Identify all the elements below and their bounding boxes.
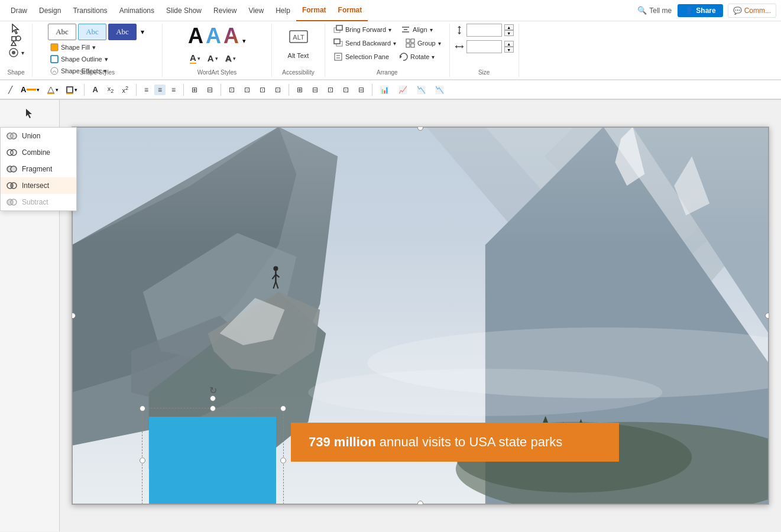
- merge-intersect[interactable]: Intersect: [1, 177, 76, 194]
- shape-fill-button[interactable]: Shape Fill ▾: [48, 42, 111, 53]
- combine-label: Combine: [22, 148, 50, 157]
- send-backward-button[interactable]: Send Backward ▾: [330, 37, 400, 49]
- handle-tm[interactable]: [210, 406, 216, 411]
- shape-style-1[interactable]: Abc: [48, 24, 76, 40]
- arrange-tool1[interactable]: ⊡: [225, 85, 238, 95]
- chart-tool3[interactable]: 📉: [413, 85, 429, 95]
- shapes-group-label: Shape: [8, 69, 25, 76]
- select-tool[interactable]: [11, 24, 21, 34]
- wordart-dropdown[interactable]: ▾: [242, 37, 246, 45]
- handle-ml[interactable]: [140, 458, 145, 463]
- tab-format1[interactable]: Format: [296, 0, 332, 21]
- edit-tool[interactable]: ▾: [8, 47, 24, 58]
- group-tool1[interactable]: ⊞: [188, 85, 201, 95]
- text-outline-button[interactable]: A ▾: [206, 53, 220, 64]
- tab-animations[interactable]: Animations: [114, 0, 160, 21]
- wordart-group: A A A ▾ A ▾ A ▾ A ▾: [163, 24, 272, 77]
- handle-tr[interactable]: [280, 406, 286, 411]
- merge-subtract[interactable]: Subtract: [1, 194, 76, 210]
- fill-icon: [50, 43, 59, 51]
- group-icon: [406, 38, 415, 48]
- arrange-row3: Selection Pane Rotate ▾: [330, 51, 438, 63]
- merge-union[interactable]: Union: [1, 128, 76, 144]
- handle-mr[interactable]: [280, 458, 286, 463]
- tab-view[interactable]: View: [242, 0, 270, 21]
- distribute-tool4[interactable]: ⊡: [339, 85, 352, 95]
- height-spin-up[interactable]: ▲: [504, 24, 514, 30]
- rotate-handle[interactable]: [210, 395, 216, 401]
- width-input[interactable]: [466, 40, 502, 53]
- height-input[interactable]: [466, 24, 502, 37]
- merge-combine[interactable]: Combine: [1, 144, 76, 161]
- line-tool[interactable]: ╱: [5, 85, 16, 95]
- text-effect-button[interactable]: A ▾: [223, 53, 238, 64]
- shape-tools-group: ▾ Shape: [0, 24, 33, 77]
- svg-rect-1: [12, 37, 16, 41]
- orange-banner[interactable]: 739 million annual visits to USA state p…: [291, 423, 619, 462]
- chart-tool4[interactable]: 📉: [432, 85, 448, 95]
- selection-pane-button[interactable]: Selection Pane: [330, 51, 393, 63]
- tell-me-box[interactable]: 🔍 Tell me: [631, 6, 678, 15]
- text-fill-button[interactable]: A ▾: [188, 52, 202, 64]
- chart-tool[interactable]: 📊: [377, 85, 393, 95]
- distribute-tool2[interactable]: ⊟: [309, 85, 322, 95]
- shapes-icon: [11, 35, 21, 46]
- width-spin-down[interactable]: ▼: [504, 47, 514, 53]
- slide[interactable]: ↻ 739 million annual visits to USA state…: [72, 126, 769, 505]
- alt-text-button[interactable]: ALT: [286, 24, 312, 50]
- arrange-tool3[interactable]: ⊡: [256, 85, 269, 95]
- shape-style-3[interactable]: Abc: [108, 24, 137, 40]
- align-center-button[interactable]: ≡: [154, 85, 166, 95]
- group-tool2[interactable]: ⊟: [203, 85, 216, 95]
- group-button[interactable]: Group ▾: [402, 37, 445, 49]
- font-color-dropdown[interactable]: ▾: [37, 87, 40, 93]
- chart-tool2[interactable]: 📈: [395, 85, 411, 95]
- bring-forward-button[interactable]: Bring Forward ▾: [330, 24, 395, 35]
- wordart-a-purple[interactable]: A: [223, 24, 239, 48]
- svg-rect-20: [406, 44, 410, 47]
- share-label: Share: [696, 7, 715, 15]
- slide-canvas-area: ↻ 739 million annual visits to USA state…: [60, 100, 781, 531]
- accessibility-label: Accessibility: [282, 69, 314, 76]
- shape-style-row: Abc Abc Abc ▾: [48, 24, 147, 40]
- svg-point-2: [16, 36, 21, 41]
- tab-transitions[interactable]: Transitions: [67, 0, 113, 21]
- merge-fragment[interactable]: Fragment: [1, 161, 76, 177]
- shapes-tool[interactable]: [11, 35, 21, 46]
- font-color-button[interactable]: A ▾: [18, 84, 42, 95]
- arrange-tool2[interactable]: ⊡: [241, 85, 254, 95]
- tab-draw[interactable]: Draw: [5, 0, 33, 21]
- cursor-tool-icon: [24, 108, 35, 119]
- tab-format2[interactable]: Format: [332, 0, 368, 21]
- tab-help[interactable]: Help: [270, 0, 296, 21]
- svg-point-77: [11, 166, 17, 172]
- distribute-tool5[interactable]: ⊟: [355, 85, 368, 95]
- align-right-button[interactable]: ≡: [168, 85, 179, 95]
- effects-icon: [50, 67, 59, 75]
- svg-marker-27: [458, 26, 461, 28]
- share-button[interactable]: 👤 Share: [678, 4, 722, 17]
- width-spin-up[interactable]: ▲: [504, 41, 514, 47]
- tab-review[interactable]: Review: [208, 0, 242, 21]
- union-icon: [7, 131, 17, 141]
- shape-style-2[interactable]: Abc: [78, 24, 106, 40]
- wordart-a-black[interactable]: A: [188, 25, 203, 47]
- arrange-tool4[interactable]: ⊡: [271, 85, 284, 95]
- width-icon: [455, 42, 464, 51]
- rotate-icon: [398, 52, 408, 61]
- align-button[interactable]: Align ▾: [397, 24, 436, 35]
- distribute-tool3[interactable]: ⊡: [324, 85, 337, 95]
- shape-outline-button[interactable]: Shape Outline ▾: [48, 54, 111, 64]
- tab-slideshow[interactable]: Slide Show: [160, 0, 208, 21]
- rotate-button[interactable]: Rotate ▾: [395, 51, 438, 63]
- left-cursor-tool[interactable]: [19, 105, 40, 122]
- height-spin-down[interactable]: ▼: [504, 30, 514, 36]
- search-icon: 🔍: [637, 6, 647, 15]
- width-input-row: ▲ ▼: [455, 40, 514, 53]
- comment-button[interactable]: 💬 Comm...: [728, 4, 776, 18]
- shape-style-dropdown[interactable]: ▾: [138, 28, 147, 36]
- handle-tl[interactable]: [140, 406, 145, 411]
- tab-design[interactable]: Design: [33, 0, 67, 21]
- distribute-tool1[interactable]: ⊞: [293, 85, 306, 95]
- wordart-a-blue[interactable]: A: [206, 24, 221, 48]
